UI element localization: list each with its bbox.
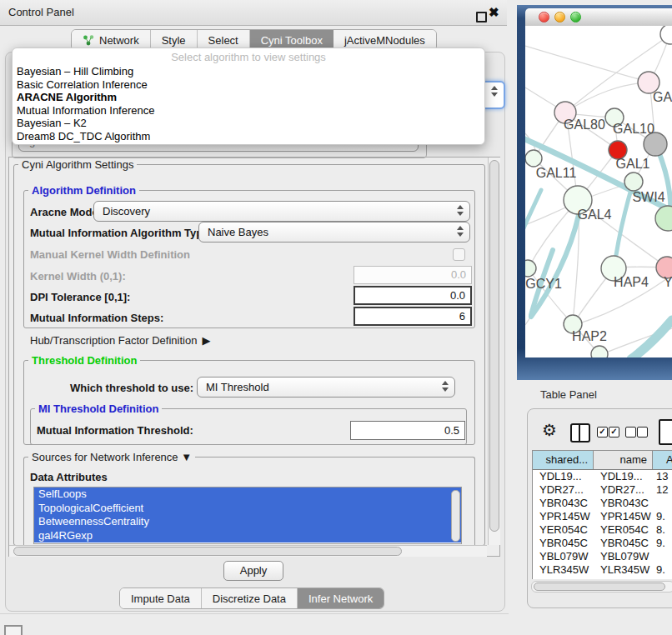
table-cell: 9. [653,563,672,577]
network-edge-highlighted [631,320,672,358]
algorithm-option[interactable]: Bayesian – K2 [15,117,484,129]
table-row[interactable]: YDR27...YDR27...12 [533,483,672,497]
deselect-all-icon2[interactable] [637,427,648,438]
table-cell: YBL079W [533,550,594,563]
zoom-traffic-light-icon[interactable] [570,12,581,22]
algorithm-option[interactable]: Bayesian – Hill Climbing [15,65,484,78]
table-row[interactable]: YIL052CYIL052C9 [533,577,672,579]
sources-group-title[interactable]: Sources for Network Inference ▼ [28,451,195,463]
close-traffic-light-icon[interactable] [539,12,549,22]
column-header-name[interactable]: name [594,451,653,469]
tab-impute-data[interactable]: Impute Data [120,588,202,608]
attributes-list-scrollbar[interactable] [451,490,460,542]
table-cell: 8. [653,523,672,537]
network-window-titlebar[interactable] [525,8,672,26]
screenshot-root: Control Panel ✖ NetworkStyleSelectCyni T… [0,0,672,635]
manual-kernel-width-checkbox[interactable] [453,248,465,261]
table-row[interactable]: YLR345WYLR345W9. [533,563,672,577]
network-node[interactable] [655,206,672,231]
mi-threshold-field[interactable]: 0.5 [350,421,465,440]
network-node[interactable] [644,132,667,156]
algorithm-option[interactable]: Dream8 DC_TDC Algorithm [15,130,484,142]
dpi-tolerance-field[interactable]: 0.0 [354,286,472,305]
tab-label: Select [208,34,238,47]
tab-label: Impute Data [131,592,190,605]
node-label: HAP2 [572,329,607,343]
table-row[interactable]: YPR145WYPR145W9. [533,510,672,523]
table-row[interactable]: YER054CYER054C8. [533,523,672,537]
aracne-mode-combo[interactable]: Discovery [93,201,470,222]
node-label: GAL11 [536,166,577,180]
table-cell: YLR345W [594,563,653,577]
control-panel-title: Control Panel [8,0,74,25]
mi-threshold-group-title: MI Threshold Definition [35,402,162,415]
minimize-traffic-light-icon[interactable] [554,12,565,22]
export-table-icon[interactable] [659,419,672,445]
table-row[interactable]: YBR043CYBR043C [533,497,672,510]
deselect-all-icon[interactable] [625,427,636,438]
column-header-A[interactable]: A [653,451,672,469]
attribute-list-item[interactable]: BetweennessCentrality [34,515,461,529]
network-edge-highlighted [614,183,633,267]
network-node[interactable] [624,172,643,191]
tab-infer-network[interactable]: Infer Network [298,588,384,608]
gear-icon[interactable]: ⚙ [542,420,557,440]
settings-hscrollbar-thumb[interactable] [13,547,402,556]
data-attributes-list: SelfLoopsTopologicalCoefficientBetweenne… [33,487,462,544]
which-threshold-combo[interactable]: MI Threshold [197,377,455,398]
table-cell: YIL052C [594,577,653,579]
tab-label: Cyni Toolbox [261,34,323,47]
table-cell: 12 [653,483,672,497]
which-threshold-value: MI Threshold [206,381,269,393]
algorithm-option[interactable]: ARACNE Algorithm [15,91,484,103]
attribute-list-item[interactable]: TopologicalCoefficient [34,502,461,516]
aracne-mode-value: Discovery [103,205,150,218]
network-node[interactable] [660,26,672,44]
combo-stepper-icon [457,226,464,237]
minimized-window-icon[interactable] [4,625,23,635]
columns-divider [579,425,580,441]
combo-stepper-icon [457,205,464,216]
algorithm-definition-title: Algorithm Definition [28,184,139,197]
show-columns-icon[interactable] [570,423,590,442]
expander-right-icon: ▶ [202,334,210,347]
table-hscrollbar-thumb[interactable] [534,582,665,591]
apply-button[interactable]: Apply [223,561,283,581]
settings-vscrollbar-thumb[interactable] [489,160,499,532]
node-label: GAL10 [613,122,654,136]
network-node[interactable] [525,150,542,167]
attribute-list-item[interactable]: SelfLoops [34,488,461,502]
attribute-list-item[interactable]: gal4RGexp [34,529,461,543]
table-cell: YPR145W [533,510,594,523]
close-icon[interactable]: ✖ [489,2,499,22]
control-panel-titlebar: Control Panel ✖ [0,0,507,26]
select-all-check-icon2[interactable]: ✓ [609,427,619,438]
algorithm-option[interactable]: Mutual Information Inference [15,104,484,117]
algorithm-option[interactable]: Basic Correlation Inference [15,78,484,91]
select-all-check-icon[interactable]: ✓ [597,427,608,438]
tab-label: Style [162,34,186,47]
network-node[interactable] [525,260,536,277]
table-cell: YBR043C [533,497,594,510]
table-cell: YIL052C [533,577,594,579]
table-cell: YER054C [533,523,594,537]
table-row[interactable]: YBL079WYBL079W [533,550,672,563]
node-label: Y [664,275,672,289]
hub-definition-expander[interactable]: Hub/Transcription Factor Definition▶ [30,334,210,347]
data-attributes-label: Data Attributes [30,471,108,483]
network-canvas[interactable]: GALGAL80GAL10GAL11GAL1SWI4GAL4GCY1HAP4YH… [525,26,672,358]
network-node[interactable] [591,346,608,358]
mi-steps-field[interactable]: 6 [354,307,472,326]
column-header-shared...[interactable]: shared... [533,451,594,469]
kernel-width-field[interactable]: 0.0 [354,266,472,284]
network-edge [565,82,649,112]
node-label: GAL80 [564,118,605,132]
mi-algorithm-type-combo[interactable]: Naive Bayes [198,222,470,242]
table-row[interactable]: YBR045CYBR045C9. [533,537,672,550]
table-cell: 13 [653,470,672,483]
tab-discretize-data[interactable]: Discretize Data [202,588,298,608]
float-window-icon[interactable] [476,12,487,22]
table-row[interactable]: YDL19...YDL19...13 [533,470,672,483]
node-label: HAP4 [614,275,649,289]
table-cell: YDR27... [533,483,594,497]
